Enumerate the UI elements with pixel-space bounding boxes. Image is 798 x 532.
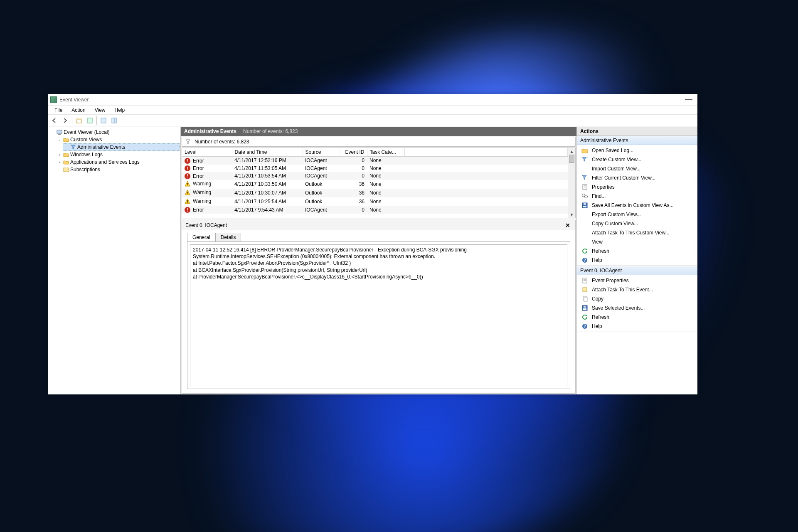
tree-custom-views[interactable]: ⌄ Custom Views	[56, 136, 180, 143]
cell-source: Outlook	[303, 189, 340, 197]
svg-rect-7	[58, 134, 61, 135]
action-label: Copy	[592, 296, 603, 302]
action-item[interactable]: Copy	[577, 294, 697, 303]
action-label: Help	[592, 323, 602, 329]
toolbar-btn-2[interactable]	[85, 116, 95, 125]
tree-app-services[interactable]: › Applications and Services Logs	[56, 158, 180, 166]
actions-pane: Actions Administrative Events Open Saved…	[577, 127, 697, 394]
svg-rect-1	[76, 118, 81, 120]
action-item[interactable]: ?Help	[577, 256, 697, 265]
svg-rect-26	[583, 288, 587, 292]
tree-windows-logs[interactable]: › Windows Logs	[56, 151, 180, 158]
cell-taskcat: None	[367, 157, 404, 165]
event-message[interactable]: 2017-04-11 12:52:16,414 [8] ERROR Provid…	[190, 244, 567, 386]
action-item[interactable]: Save All Events in Custom View As...	[577, 201, 697, 210]
menu-view[interactable]: View	[91, 106, 110, 114]
menu-action[interactable]: Action	[67, 106, 89, 114]
menu-help[interactable]: Help	[111, 106, 129, 114]
grid-header-row[interactable]: Level Date and Time Source Event ID Task…	[182, 148, 568, 157]
cell-eventid: 0	[340, 157, 367, 165]
action-item[interactable]: View	[577, 237, 697, 246]
app-icon	[50, 96, 57, 103]
grid-scrollbar[interactable]: ▲ ▼	[568, 148, 575, 218]
error-icon: !	[185, 158, 190, 164]
tab-general[interactable]: General	[187, 233, 216, 241]
action-item[interactable]: Refresh	[577, 313, 697, 322]
find-icon	[581, 193, 589, 199]
tab-details[interactable]: Details	[215, 233, 241, 241]
chevron-right-icon[interactable]: ›	[57, 153, 62, 157]
toolbar-btn-4[interactable]	[109, 116, 119, 125]
chevron-down-icon[interactable]: ⌄	[57, 138, 62, 142]
action-label: Event Properties	[592, 278, 629, 283]
svg-rect-31	[584, 306, 586, 308]
col-eventid[interactable]: Event ID	[340, 148, 367, 157]
copy-icon	[581, 296, 589, 302]
tree-pane[interactable]: Event Viewer (Local) ⌄ Custom Views	[48, 127, 181, 394]
title-bar: Event Viewer	[48, 94, 697, 106]
event-viewer-window: Event Viewer File Action View Help	[48, 94, 697, 394]
svg-rect-8	[64, 168, 69, 172]
table-row[interactable]: !Error4/11/2017 12:52:16 PMIOCAgent0None	[182, 157, 568, 165]
action-item[interactable]: Find...	[577, 192, 697, 201]
tree-subscriptions[interactable]: Subscriptions	[56, 166, 180, 173]
center-pane: Administrative Events Number of events: …	[181, 127, 577, 394]
action-item[interactable]: Event Properties	[577, 276, 697, 285]
cell-taskcat: None	[367, 197, 404, 206]
event-grid[interactable]: Level Date and Time Source Event ID Task…	[182, 148, 576, 218]
table-row[interactable]: !Error4/11/2017 11:53:05 AMIOCAgent0None	[182, 165, 568, 172]
action-item[interactable]: Filter Current Custom View...	[577, 173, 697, 182]
action-item[interactable]: Properties	[577, 182, 697, 192]
props-icon	[581, 278, 589, 283]
action-item[interactable]: Open Saved Log...	[577, 146, 697, 155]
cell-level: Warning	[193, 181, 211, 187]
action-item[interactable]: Attach Task To This Event...	[577, 285, 697, 294]
col-source[interactable]: Source	[303, 148, 340, 157]
svg-rect-30	[583, 308, 586, 310]
tree-app-services-label: Applications and Services Logs	[70, 159, 140, 165]
detail-title-bar: Event 0, IOCAgent ✕	[182, 220, 575, 230]
center-header-count: Number of events: 6,823	[243, 128, 298, 134]
col-taskcat[interactable]: Task Cate...	[367, 148, 404, 157]
close-detail-button[interactable]: ✕	[564, 222, 572, 229]
action-label: Copy Custom View...	[592, 221, 638, 227]
cell-eventid: 0	[340, 206, 367, 214]
action-item[interactable]: Attach Task To This Custom View...	[577, 228, 697, 237]
action-item[interactable]: Import Custom View...	[577, 164, 697, 173]
refresh-icon	[581, 248, 589, 254]
table-row[interactable]: !Error4/11/2017 10:53:54 AMIOCAgent0None	[182, 172, 568, 180]
center-header: Administrative Events Number of events: …	[181, 127, 576, 136]
detail-tab-body: 2017-04-11 12:52:16,414 [8] ERROR Provid…	[187, 241, 570, 389]
action-item[interactable]: Refresh	[577, 246, 697, 256]
action-item[interactable]: Copy Custom View...	[577, 219, 697, 228]
toolbar-btn-1[interactable]	[74, 116, 84, 125]
subscription-icon	[63, 167, 69, 172]
table-row[interactable]: !Warning4/11/2017 10:25:54 AMOutlook36No…	[182, 197, 568, 206]
tree-admin-events[interactable]: Administrative Events	[63, 143, 180, 151]
col-datetime[interactable]: Date and Time	[232, 148, 303, 157]
table-row[interactable]: !Warning4/11/2017 10:30:07 AMOutlook36No…	[182, 189, 568, 197]
folder-icon	[63, 137, 69, 143]
cell-datetime: 4/11/2017 10:30:07 AM	[232, 189, 303, 197]
scroll-thumb[interactable]	[569, 155, 574, 163]
forward-button[interactable]	[60, 116, 70, 125]
toolbar-btn-3[interactable]	[99, 116, 108, 125]
svg-rect-2	[87, 118, 92, 123]
computer-icon	[56, 129, 63, 135]
action-label: Filter Current Custom View...	[592, 175, 655, 181]
action-item[interactable]: Save Selected Events...	[577, 303, 697, 313]
action-item[interactable]: +Create Custom View...	[577, 155, 697, 164]
action-item[interactable]: ?Help	[577, 322, 697, 331]
table-row[interactable]: !Warning4/11/2017 10:33:50 AMOutlook36No…	[182, 180, 568, 189]
scroll-up-icon[interactable]: ▲	[568, 148, 575, 155]
col-level[interactable]: Level	[182, 148, 232, 157]
chevron-right-icon[interactable]: ›	[57, 160, 62, 165]
scroll-down-icon[interactable]: ▼	[568, 211, 575, 218]
action-item[interactable]: Export Custom View...	[577, 210, 697, 219]
svg-rect-3	[101, 118, 106, 123]
table-row[interactable]: !Error4/11/2017 9:54:43 AMIOCAgent0None	[182, 206, 568, 214]
menu-file[interactable]: File	[50, 106, 66, 114]
tree-root[interactable]: Event Viewer (Local)	[49, 128, 180, 136]
back-button[interactable]	[49, 116, 59, 125]
minimize-button[interactable]	[685, 99, 692, 100]
